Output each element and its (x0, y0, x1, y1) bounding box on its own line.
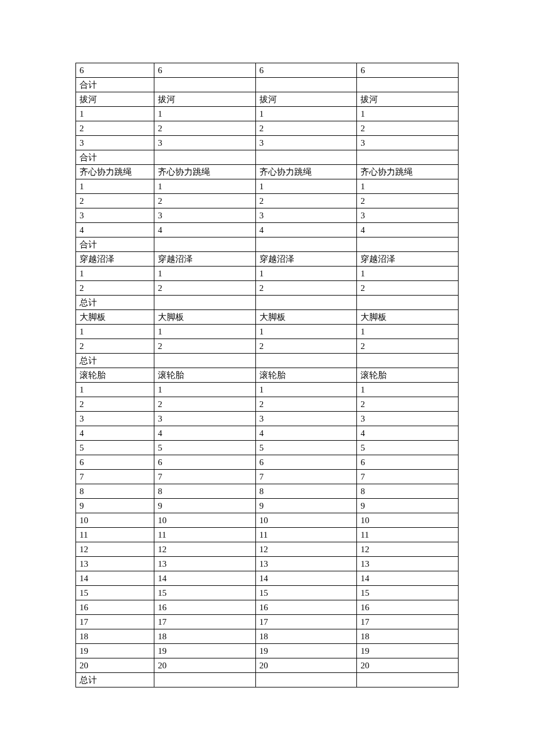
table-cell: 1 (255, 325, 357, 339)
table-cell: 16 (154, 600, 256, 615)
table-row: 6666 (76, 455, 459, 470)
table-row: 大脚板大脚板大脚板大脚板 (76, 310, 459, 325)
table-cell: 2 (357, 339, 459, 354)
table-cell: 14 (255, 571, 357, 586)
table-cell (154, 237, 256, 252)
table-cell: 1 (357, 383, 459, 397)
table-cell: 5 (255, 441, 357, 455)
table-cell: 8 (357, 484, 459, 499)
table-cell: 20 (154, 658, 256, 673)
table-cell: 总计 (76, 296, 154, 310)
table-cell: 1 (255, 107, 357, 121)
table-cell: 1 (255, 267, 357, 281)
table-cell: 齐心协力跳绳 (154, 165, 256, 179)
table-cell: 2 (154, 397, 256, 412)
table-cell (357, 78, 459, 92)
table-cell: 总计 (76, 354, 154, 368)
table-cell: 3 (154, 136, 256, 150)
table-cell: 15 (255, 586, 357, 600)
table-row: 19191919 (76, 644, 459, 658)
table-row: 2222 (76, 339, 459, 354)
table-cell: 12 (154, 542, 256, 557)
table-cell: 13 (76, 557, 154, 571)
table-cell: 8 (76, 484, 154, 499)
table-row: 17171717 (76, 615, 459, 629)
table-row: 穿越沼泽穿越沼泽穿越沼泽穿越沼泽 (76, 252, 459, 267)
table-row: 1111 (76, 107, 459, 121)
table-cell: 大脚板 (255, 310, 357, 325)
table-row: 4444 (76, 223, 459, 237)
table-cell: 13 (357, 557, 459, 571)
table-cell (154, 150, 256, 165)
table-cell: 3 (76, 412, 154, 426)
table-row: 14141414 (76, 571, 459, 586)
table-cell: 5 (76, 441, 154, 455)
table-cell: 7 (154, 470, 256, 484)
table-row: 16161616 (76, 600, 459, 615)
table-cell: 2 (357, 194, 459, 208)
table-cell: 6 (76, 63, 154, 78)
table-cell: 6 (357, 455, 459, 470)
table-cell: 19 (76, 644, 154, 658)
table-cell: 2 (154, 121, 256, 136)
table-cell: 3 (154, 412, 256, 426)
table-cell: 4 (255, 223, 357, 237)
table-cell: 拔河 (154, 92, 256, 107)
table-cell: 15 (154, 586, 256, 600)
table-cell: 14 (357, 571, 459, 586)
table-row: 18181818 (76, 629, 459, 644)
table-cell (357, 673, 459, 687)
table-cell (357, 296, 459, 310)
table-cell: 1 (76, 107, 154, 121)
table-cell: 4 (255, 426, 357, 441)
table-cell: 2 (154, 194, 256, 208)
table-cell: 16 (357, 600, 459, 615)
table-cell: 穿越沼泽 (255, 252, 357, 267)
table-cell: 10 (154, 513, 256, 528)
table-cell (154, 78, 256, 92)
table-cell: 齐心协力跳绳 (357, 165, 459, 179)
table-cell: 2 (255, 281, 357, 296)
table-cell: 6 (154, 455, 256, 470)
table-row: 3333 (76, 208, 459, 223)
table-cell: 11 (154, 528, 256, 542)
table-cell: 12 (255, 542, 357, 557)
table-cell: 11 (357, 528, 459, 542)
table-cell: 4 (357, 426, 459, 441)
table-cell: 1 (76, 325, 154, 339)
table-cell: 合计 (76, 237, 154, 252)
table-cell: 15 (357, 586, 459, 600)
table-cell: 2 (76, 281, 154, 296)
table-cell: 滚轮胎 (255, 368, 357, 383)
table-cell: 5 (154, 441, 256, 455)
table-cell: 16 (76, 600, 154, 615)
table-cell: 10 (76, 513, 154, 528)
table-cell: 12 (76, 542, 154, 557)
table-cell: 11 (76, 528, 154, 542)
table-cell: 14 (154, 571, 256, 586)
table-cell (154, 296, 256, 310)
table-cell: 2 (255, 194, 357, 208)
table-cell: 1 (357, 179, 459, 194)
table-cell: 8 (255, 484, 357, 499)
table-cell: 3 (76, 136, 154, 150)
table-row: 2222 (76, 121, 459, 136)
table-cell: 20 (255, 658, 357, 673)
table-row: 12121212 (76, 542, 459, 557)
table-cell: 3 (357, 208, 459, 223)
table-cell: 1 (255, 179, 357, 194)
table-cell: 3 (357, 412, 459, 426)
table-row: 20202020 (76, 658, 459, 673)
table-cell: 1 (76, 383, 154, 397)
table-cell (255, 237, 357, 252)
table-cell: 穿越沼泽 (357, 252, 459, 267)
table-cell: 3 (255, 136, 357, 150)
table-cell: 11 (255, 528, 357, 542)
table-row: 11111111 (76, 528, 459, 542)
table-cell: 滚轮胎 (76, 368, 154, 383)
table-row: 7777 (76, 470, 459, 484)
table-row: 1111 (76, 267, 459, 281)
table-cell: 齐心协力跳绳 (255, 165, 357, 179)
table-cell: 18 (76, 629, 154, 644)
table-row: 滚轮胎滚轮胎滚轮胎滚轮胎 (76, 368, 459, 383)
